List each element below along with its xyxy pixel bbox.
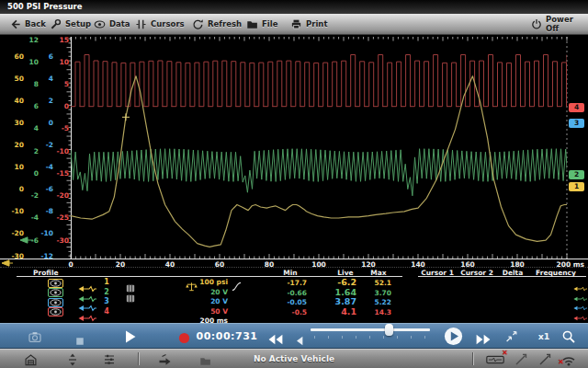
meter-list-icon[interactable]	[103, 352, 116, 365]
scale-label-ch4: 15	[45, 36, 69, 44]
toolbar-button-back[interactable]: Back	[9, 14, 46, 34]
scale-label-ch2: 12	[15, 36, 39, 44]
step-play-button[interactable]	[444, 327, 463, 350]
toolbar-button-label: Back	[25, 19, 46, 29]
scope-app: 500 PSI Pressure BackSetupDataCursorsRef…	[0, 0, 588, 368]
toolbar-button-data[interactable]: Data	[94, 14, 130, 34]
toolbar: BackSetupDataCursorsRefreshFilePrintPowe…	[0, 14, 588, 35]
channel-visibility-eye[interactable]	[48, 288, 63, 297]
scale-label-ch4: -25	[45, 213, 69, 222]
stat-max: 52.1	[362, 279, 391, 288]
channel-range[interactable]: 20 V	[184, 297, 228, 306]
toolbar-button-label: Data	[109, 19, 130, 29]
arrow-jump-icon[interactable]	[158, 352, 172, 365]
wrench-icon	[50, 18, 62, 30]
probe-icon[interactable]	[538, 352, 551, 365]
stop-button[interactable]	[75, 332, 85, 350]
back-arrow-icon	[9, 18, 21, 30]
zoom-speed-label[interactable]: x1	[535, 331, 553, 341]
scrubber-tick	[411, 336, 412, 339]
status-bar: No Active Vehicle✕✕	[0, 349, 588, 368]
expand-v-icon[interactable]	[66, 352, 79, 365]
channel-tab-2[interactable]: 2	[569, 170, 584, 179]
active-vehicle-label: No Active Vehicle	[230, 354, 358, 363]
channel-range[interactable]: 20 V	[184, 288, 228, 297]
folder-icon[interactable]	[198, 353, 212, 365]
channel-range[interactable]: 50 V	[184, 307, 228, 316]
stat-header-min: Min	[268, 269, 312, 277]
scope-area: 6050403020100-10-20-30121086420-2-4-6642…	[0, 35, 588, 323]
channel-number: 3	[101, 297, 112, 306]
channel-tab-3[interactable]: 3	[569, 119, 584, 128]
scrubber-tick	[342, 336, 343, 339]
playback-bar: 00:00:731x1	[0, 323, 588, 349]
scrubber-tick	[383, 336, 384, 339]
scrubber-tick	[314, 336, 315, 339]
stat-min: -0.05	[268, 298, 307, 307]
scrubber-handle[interactable]	[385, 324, 393, 336]
stat-max: 14.3	[362, 308, 391, 317]
stat-max: 5.22	[362, 298, 391, 307]
power-icon	[531, 18, 542, 29]
channel-number: 2	[101, 288, 112, 297]
scale-label-ch4: -30	[45, 236, 69, 245]
home-icon[interactable]	[24, 352, 38, 365]
scale-label-ch4: 10	[45, 58, 69, 66]
filter-icon[interactable]	[126, 289, 135, 306]
channel-visibility-eye[interactable]	[48, 298, 63, 307]
refresh-icon	[192, 18, 204, 30]
cursor-header: Frequency	[526, 269, 585, 277]
touch-drag-icon[interactable]	[504, 329, 517, 347]
channel-visibility-eye[interactable]	[48, 279, 63, 288]
scale-label-ch3: -12	[29, 252, 53, 260]
toolbar-button-label: Print	[306, 19, 327, 29]
channel-number: 1	[101, 278, 112, 287]
toolbar-button-print[interactable]: Print	[290, 14, 327, 34]
channel-number: 4	[101, 307, 112, 316]
play-button[interactable]	[125, 329, 136, 347]
folder-icon	[246, 18, 258, 30]
page-title: 500 PSI Pressure	[7, 2, 83, 11]
cursors-icon	[135, 18, 147, 30]
toolbar-button-label: Cursors	[151, 19, 185, 29]
stat-live: 4.1	[312, 307, 356, 316]
data-icon	[94, 18, 106, 30]
channel-visibility-eye[interactable]	[48, 307, 63, 316]
magnifier-icon[interactable]	[562, 329, 575, 347]
printer-icon	[290, 18, 302, 30]
scale-label-ch4: -20	[45, 191, 69, 200]
step-back-button[interactable]	[296, 332, 303, 350]
channel-tab-1[interactable]: 1	[569, 182, 584, 191]
fast-forward-button[interactable]	[476, 331, 491, 349]
channel-range[interactable]: 100 psi	[184, 278, 228, 287]
probe-icon[interactable]	[514, 352, 527, 365]
power-off-button[interactable]: Power Off	[531, 14, 588, 34]
divider	[138, 352, 139, 365]
divider	[472, 352, 473, 365]
scrubber-tick	[356, 336, 356, 339]
stat-live: -6.2	[312, 278, 356, 287]
camera-icon[interactable]	[28, 329, 42, 342]
scale-label-ch4: 5	[45, 80, 69, 88]
elapsed-time: 00:00:731	[187, 330, 266, 342]
rewind-button[interactable]	[268, 331, 283, 349]
scale-label-ch4: -15	[45, 169, 69, 178]
channel-tab-4[interactable]: 4	[569, 103, 584, 112]
stat-live: 1.64	[312, 288, 356, 297]
disconnected-x-badge: ✕	[502, 350, 508, 357]
scrubber-tick	[328, 336, 329, 339]
stat-min: -0.66	[268, 289, 307, 298]
scrubber-tick	[424, 336, 425, 339]
scrubber-tick	[369, 336, 370, 339]
scrubber-track[interactable]	[311, 328, 430, 331]
trigger-slope-icon[interactable]	[232, 278, 242, 295]
scale-label-ch4: -5	[45, 124, 69, 132]
toolbar-button-cursors[interactable]: Cursors	[135, 14, 185, 34]
toolbar-button-label: File	[262, 19, 277, 29]
toolbar-button-refresh[interactable]: Refresh	[192, 14, 242, 34]
toolbar-button-label: Refresh	[208, 19, 242, 29]
toolbar-button-setup[interactable]: Setup	[50, 14, 91, 34]
scale-label-ch1: -30	[0, 252, 24, 260]
toolbar-button-file[interactable]: File	[246, 14, 277, 34]
scrubber-tick	[397, 336, 398, 339]
